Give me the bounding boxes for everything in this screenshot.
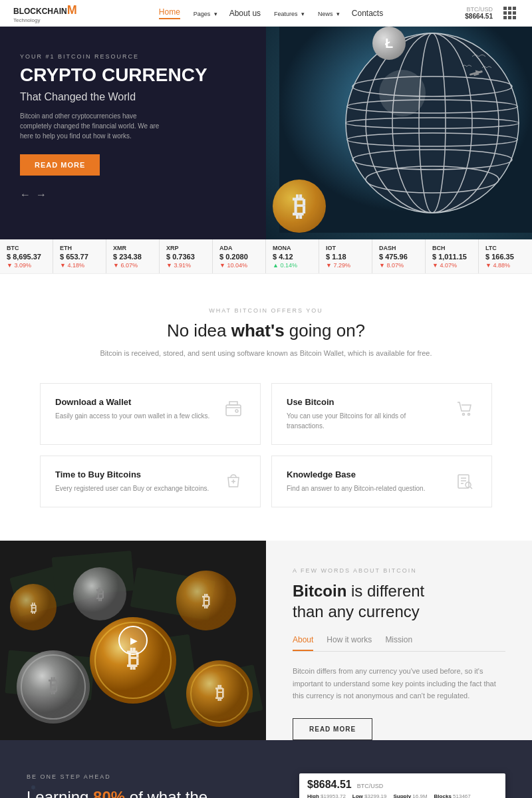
ticker-ada-change: ▼ 10.04% xyxy=(219,262,259,269)
offer-download-wallet[interactable]: Download a Wallet Easily gain access to … xyxy=(40,383,261,445)
header: BLOCKCHAINM Technology Home Pages ▾ Abou… xyxy=(0,0,532,27)
offer-knowledge-base[interactable]: Knowledge Base Find an answer to any Bit… xyxy=(271,456,492,507)
hero-title: CRYPTO CURRENCY xyxy=(20,65,246,86)
tab-about[interactable]: About xyxy=(293,635,313,651)
chart-blocks: Blocks 513467 xyxy=(434,793,471,798)
ticker-ada[interactable]: ADA $ 0.2080 ▼ 10.04% xyxy=(213,239,266,273)
chart-main-price: $8684.51 xyxy=(307,779,352,791)
nav-contacts[interactable]: Contacts xyxy=(352,9,383,18)
globe-container: ₿ Ł xyxy=(266,27,532,239)
ticker-bch-price: $ 1,011.15 xyxy=(432,253,471,261)
chart-header: $8684.51 BTC/USD High $19953.72 Low $329… xyxy=(299,773,505,798)
grid-menu-icon[interactable] xyxy=(501,4,519,22)
bitcoin-section: ₿ ₿ ₿ ₿ ₿ ₿ A FEW WORDS ABOUT BITCOIN Bi… xyxy=(0,541,532,740)
ticker-ltc-change: ▼ 4.88% xyxy=(485,262,525,269)
wallet-icon xyxy=(221,397,245,421)
offer-bitcoin-content: Use Bitcoin You can use your Bitcoins fo… xyxy=(287,397,445,431)
chart-supply: Supply 16.9M xyxy=(393,793,427,798)
offers-grid: Download a Wallet Easily gain access to … xyxy=(40,383,492,507)
ticker-ltc[interactable]: LTC $ 166.35 ▼ 4.88% xyxy=(479,239,532,273)
hero-cta-button[interactable]: READ MORE xyxy=(20,154,100,176)
bitcoin-description: Bitcoin differs from any currency you've… xyxy=(293,665,505,702)
ticker-mona-price: $ 4.12 xyxy=(273,253,312,261)
hero-section: YOUR #1 BITCOIN RESOURCE CRYPTO CURRENCY… xyxy=(0,27,532,239)
hero-left: YOUR #1 BITCOIN RESOURCE CRYPTO CURRENCY… xyxy=(0,27,266,239)
chart-high: High $19953.72 xyxy=(307,793,346,798)
offer-buy-bitcoins[interactable]: Time to Buy Bitcoins Every registered us… xyxy=(40,456,261,507)
ticker-xrp-price: $ 0.7363 xyxy=(166,253,205,261)
offers-section: WHAT BITCOIN OFFERS YOU No idea what's g… xyxy=(0,274,532,541)
litecoin-icon: Ł xyxy=(372,27,406,60)
nav-features[interactable]: Features ▾ xyxy=(273,9,305,18)
hero-right: ₿ Ł xyxy=(266,27,532,239)
offer-buy-content: Time to Buy Bitcoins Every registered us… xyxy=(55,469,213,493)
bitcoin-tag: A FEW WORDS ABOUT BITCOIN xyxy=(293,567,505,574)
logo-name: BLOCKCHAIN xyxy=(13,7,67,16)
ticker-eth-symbol: ETH xyxy=(60,245,99,251)
ticker-dash[interactable]: DASH $ 475.96 ▼ 8.07% xyxy=(372,239,426,273)
crypto-ticker: BTC $ 8,695.37 ▼ 3.09% ETH $ 653.77 ▼ 4.… xyxy=(0,239,532,274)
logo: BLOCKCHAINM Technology xyxy=(13,3,77,23)
svg-rect-16 xyxy=(226,405,241,416)
bitcoin-content: A FEW WORDS ABOUT BITCOIN Bitcoin is dif… xyxy=(266,541,532,740)
svg-text:₿: ₿ xyxy=(202,592,210,610)
next-arrow-icon[interactable]: → xyxy=(36,189,47,201)
ticker-btc-price: $ 8,695.37 xyxy=(7,253,46,261)
bitcoin-tabs: About How it works Mission xyxy=(293,635,505,652)
tab-how-it-works[interactable]: How it works xyxy=(327,635,372,651)
tab-mission[interactable]: Mission xyxy=(385,635,412,651)
ticker-xmr-price: $ 234.38 xyxy=(113,253,152,261)
prev-arrow-icon[interactable]: ← xyxy=(20,189,31,201)
offer-knowledge-title: Knowledge Base xyxy=(287,469,445,479)
btc-price-display[interactable]: BTC/USD $8664.51 xyxy=(465,6,493,20)
ticker-iot-change: ▼ 7.29% xyxy=(326,262,365,269)
hero-arrows: ← → xyxy=(20,189,246,201)
bitcoin-title: Bitcoin is differentthan any currency xyxy=(293,581,505,622)
ticker-btc[interactable]: BTC $ 8,695.37 ▼ 3.09% xyxy=(0,239,53,273)
offer-knowledge-content: Knowledge Base Find an answer to any Bit… xyxy=(287,469,445,493)
btc-price-value: $8664.51 xyxy=(465,13,493,20)
offer-use-bitcoin[interactable]: Use Bitcoin You can use your Bitcoins fo… xyxy=(271,383,492,445)
svg-text:₿: ₿ xyxy=(96,586,104,602)
nav-pages[interactable]: Pages ▾ xyxy=(192,9,217,18)
ticker-dash-change: ▼ 8.07% xyxy=(379,262,418,269)
search-book-icon xyxy=(453,469,477,493)
ticker-dash-price: $ 475.96 xyxy=(379,253,418,261)
svg-point-12 xyxy=(379,70,426,116)
nav-news[interactable]: News ▾ xyxy=(317,9,340,18)
svg-rect-20 xyxy=(458,475,469,488)
learning-section: BE ONE STEP AHEAD Learning 80% of what t… xyxy=(0,740,532,798)
ticker-eth-price: $ 653.77 xyxy=(60,253,99,261)
ticker-btc-change: ▼ 3.09% xyxy=(7,262,46,269)
chart-meta: High $19953.72 Low $3299.19 Supply 16.9M… xyxy=(307,793,497,798)
hero-tag: YOUR #1 BITCOIN RESOURCE xyxy=(20,53,246,60)
offer-bitcoin-desc: You can use your Bitcoins for all kinds … xyxy=(287,411,445,431)
ticker-mona-change: ▲ 0.14% xyxy=(273,262,312,269)
svg-point-18 xyxy=(463,413,465,415)
header-right: BTC/USD $8664.51 xyxy=(465,4,519,22)
ticker-eth[interactable]: ETH $ 653.77 ▼ 4.18% xyxy=(53,239,106,273)
logo-sub: Technology xyxy=(13,17,77,23)
nav-home[interactable]: Home xyxy=(159,7,180,19)
learning-title: Learning 80% of what theexperts know is … xyxy=(27,787,273,798)
ticker-iot[interactable]: IOT $ 1.18 ▼ 7.29% xyxy=(319,239,372,273)
offer-wallet-content: Download a Wallet Easily gain access to … xyxy=(55,397,213,421)
svg-point-21 xyxy=(466,482,471,487)
offers-tag: WHAT BITCOIN OFFERS YOU xyxy=(40,307,492,314)
cart-icon xyxy=(453,397,477,421)
navigation: Home Pages ▾ About us Features ▾ News ▾ … xyxy=(159,7,383,19)
ticker-ltc-price: $ 166.35 xyxy=(485,253,525,261)
svg-point-19 xyxy=(468,413,470,415)
svg-point-17 xyxy=(235,410,238,412)
bitcoin-read-more-button[interactable]: READ MORE xyxy=(293,718,372,740)
ticker-mona[interactable]: MONA $ 4.12 ▲ 0.14% xyxy=(266,239,319,273)
ticker-xmr[interactable]: XMR $ 234.38 ▼ 6.07% xyxy=(106,239,160,273)
ticker-iot-price: $ 1.18 xyxy=(326,253,365,261)
play-button[interactable] xyxy=(118,626,148,655)
offer-wallet-title: Download a Wallet xyxy=(55,397,213,407)
ticker-xrp-symbol: XRP xyxy=(166,245,205,251)
ticker-bch[interactable]: BCH $ 1,011.15 ▼ 4.07% xyxy=(426,239,479,273)
ticker-xrp[interactable]: XRP $ 0.7363 ▼ 3.91% xyxy=(160,239,213,273)
ticker-xrp-change: ▼ 3.91% xyxy=(166,262,205,269)
nav-about[interactable]: About us xyxy=(229,9,261,18)
